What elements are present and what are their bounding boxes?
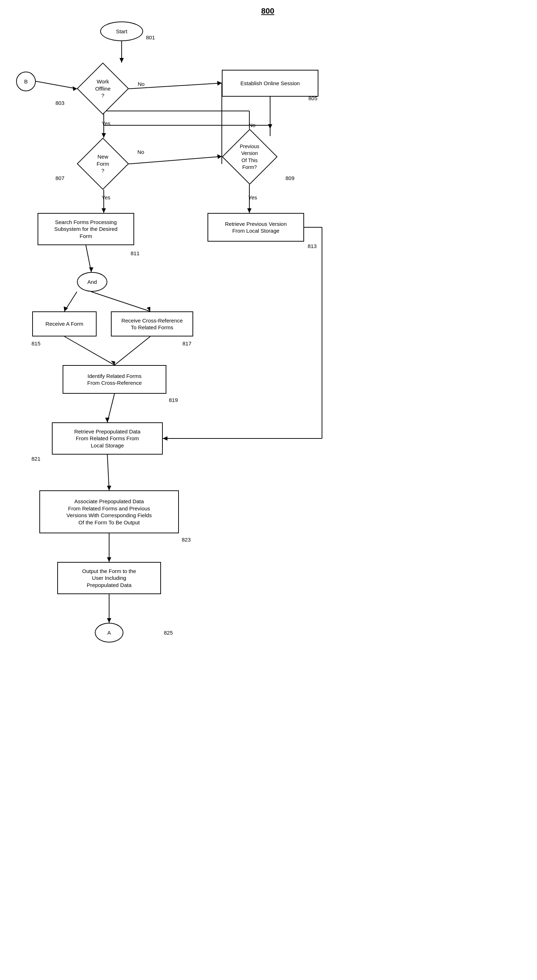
output-form-node: Output the Form to the User Including Pr… <box>57 562 161 594</box>
svg-line-33 <box>114 336 150 365</box>
label-819: 819 <box>169 396 178 404</box>
svg-line-27 <box>64 292 77 312</box>
label-no-work: No <box>138 81 145 88</box>
label-no-prev: No <box>249 122 256 129</box>
label-813: 813 <box>308 243 317 250</box>
svg-marker-45 <box>107 618 111 623</box>
label-815: 815 <box>32 340 40 347</box>
b-connector: B <box>16 72 36 91</box>
svg-line-29 <box>91 292 150 312</box>
a-connector: A <box>95 623 124 643</box>
label-807: 807 <box>56 175 64 182</box>
svg-marker-39 <box>163 436 167 441</box>
svg-marker-5 <box>217 81 222 86</box>
label-811: 811 <box>130 250 140 257</box>
svg-line-2 <box>36 81 77 89</box>
label-805: 805 <box>308 95 317 102</box>
search-forms-node: Search Forms Processing Subsystem for th… <box>38 213 134 245</box>
label-809: 809 <box>286 175 294 182</box>
svg-marker-24 <box>247 208 251 213</box>
svg-line-34 <box>107 394 114 422</box>
svg-marker-32 <box>111 361 115 365</box>
receive-cross-ref-node: Receive Cross-Reference To Related Forms <box>111 312 193 336</box>
label-825: 825 <box>164 629 173 636</box>
svg-marker-35 <box>105 418 110 422</box>
and-connector: And <box>77 272 107 292</box>
establish-online-node: Establish Online Session <box>222 70 318 97</box>
svg-marker-17 <box>217 154 222 159</box>
diagram-title: 800 <box>261 6 275 16</box>
label-803: 803 <box>56 100 64 107</box>
svg-marker-3 <box>73 86 77 91</box>
label-821: 821 <box>32 455 40 463</box>
svg-marker-19 <box>102 208 106 213</box>
svg-line-16 <box>129 156 222 164</box>
svg-marker-41 <box>107 486 111 490</box>
receive-a-form-node: Receive A Form <box>32 312 97 336</box>
label-yes-prev: Yes <box>248 194 257 201</box>
svg-marker-28 <box>64 306 68 312</box>
label-801: 801 <box>146 34 155 41</box>
svg-line-40 <box>107 455 109 490</box>
svg-marker-9 <box>102 133 106 138</box>
start-node: Start <box>100 21 143 41</box>
svg-marker-1 <box>119 58 124 63</box>
svg-marker-26 <box>89 267 94 272</box>
svg-marker-30 <box>147 307 150 312</box>
label-yes-newform: Yes <box>102 194 110 201</box>
label-yes-work: Yes <box>102 120 110 127</box>
previous-version-diamond: Previous Version Of This Form? <box>222 129 277 185</box>
associate-prepopulated-node: Associate Prepopulated Data From Related… <box>39 490 179 533</box>
new-form-diamond: New Form ? <box>77 138 129 190</box>
svg-marker-7 <box>268 124 272 129</box>
svg-line-31 <box>64 336 114 365</box>
label-no-newform: No <box>137 148 144 156</box>
svg-marker-43 <box>107 557 111 562</box>
svg-line-25 <box>86 245 91 272</box>
label-823: 823 <box>182 536 191 543</box>
identify-related-node: Identify Related Forms From Cross-Refere… <box>63 365 166 394</box>
retrieve-prepopulated-node: Retrieve Prepopulated Data From Related … <box>52 422 163 455</box>
work-offline-diamond: Work Offline ? <box>77 63 129 115</box>
label-817: 817 <box>183 340 191 347</box>
retrieve-previous-node: Retrieve Previous Version From Local Sto… <box>208 213 304 242</box>
